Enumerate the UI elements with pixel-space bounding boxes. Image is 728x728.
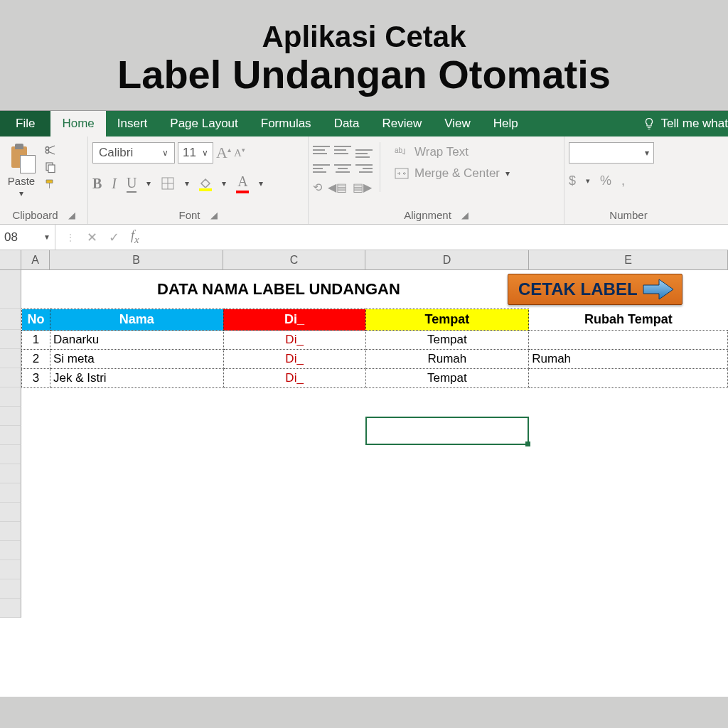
launcher-icon[interactable]: ◢: [210, 210, 218, 220]
row-header[interactable]: [0, 541, 21, 560]
copy-icon[interactable]: [43, 161, 58, 173]
font-color-button[interactable]: A: [236, 173, 249, 193]
wrap-text-button[interactable]: ab Wrap Text: [395, 145, 510, 159]
tab-file[interactable]: File: [0, 111, 50, 136]
number-format-dropdown[interactable]: ▾: [569, 142, 654, 164]
currency-button[interactable]: $: [569, 173, 576, 188]
col-header-B[interactable]: B: [50, 250, 223, 269]
row-header[interactable]: [0, 560, 21, 579]
row-header[interactable]: [0, 579, 21, 599]
row-header[interactable]: [0, 503, 21, 522]
th-nama[interactable]: Nama: [50, 309, 223, 331]
col-header-D[interactable]: D: [365, 250, 529, 269]
cancel-icon[interactable]: ✕: [87, 230, 97, 245]
row-header[interactable]: [0, 407, 21, 426]
col-header-A[interactable]: A: [21, 250, 50, 269]
merge-center-button[interactable]: Merge & Center ▾: [395, 166, 510, 181]
cetak-label-button[interactable]: CETAK LABEL: [508, 274, 682, 305]
paste-button[interactable]: Paste ▾: [4, 142, 38, 198]
tab-page-layout[interactable]: Page Layout: [159, 111, 249, 136]
percent-button[interactable]: %: [600, 173, 611, 188]
th-tempat[interactable]: Tempat: [365, 309, 529, 331]
chevron-down-icon[interactable]: ▾: [185, 178, 189, 188]
row-header[interactable]: [0, 426, 21, 445]
format-painter-icon[interactable]: [43, 178, 58, 191]
col-header-C[interactable]: C: [223, 250, 365, 269]
borders-icon[interactable]: [161, 176, 175, 191]
th-di[interactable]: Di_: [223, 309, 365, 331]
font-name-dropdown[interactable]: Calibri∨: [92, 142, 175, 164]
row-header[interactable]: [0, 368, 21, 387]
tab-help[interactable]: Help: [482, 111, 530, 136]
name-box[interactable]: 08▼: [0, 225, 55, 250]
align-center-icon[interactable]: [334, 161, 351, 176]
row-header[interactable]: [0, 483, 21, 503]
cell-no[interactable]: 2: [22, 350, 50, 369]
cell-nama[interactable]: Danarku: [50, 331, 223, 350]
align-left-icon[interactable]: [313, 161, 330, 176]
increase-indent-icon[interactable]: ▤▶: [353, 181, 372, 194]
launcher-icon[interactable]: ◢: [68, 210, 75, 220]
cell-rubah[interactable]: [529, 331, 728, 350]
font-size-dropdown[interactable]: 11∨: [178, 142, 213, 164]
tab-home[interactable]: Home: [50, 111, 105, 136]
chevron-down-icon[interactable]: ▾: [259, 178, 263, 188]
cell-di[interactable]: Di_: [223, 331, 365, 350]
cell-tempat[interactable]: Tempat: [365, 331, 529, 350]
th-no[interactable]: No: [22, 309, 50, 331]
bold-button[interactable]: B: [92, 176, 102, 192]
sheet-body[interactable]: DATA NAMA LABEL UNDANGAN CETAK LABEL No …: [0, 270, 728, 697]
align-middle-icon[interactable]: [334, 142, 351, 158]
align-right-icon[interactable]: [355, 161, 373, 176]
increase-font-icon[interactable]: A▴: [216, 144, 231, 162]
select-all-button[interactable]: [0, 250, 21, 269]
th-rubah[interactable]: Rubah Tempat: [529, 309, 728, 331]
row-header[interactable]: [0, 270, 21, 309]
orientation-icon[interactable]: ⟲: [313, 181, 322, 194]
enter-icon[interactable]: ✓: [109, 230, 119, 245]
cell-rubah[interactable]: [529, 369, 728, 388]
align-bottom-icon[interactable]: [355, 142, 373, 158]
chevron-down-icon[interactable]: ▾: [586, 176, 590, 186]
decrease-indent-icon[interactable]: ◀▤: [328, 181, 347, 194]
align-top-icon[interactable]: [313, 142, 330, 158]
active-cell-selection[interactable]: [365, 417, 529, 445]
cell-rubah[interactable]: Rumah: [529, 350, 728, 369]
cell-di[interactable]: Di_: [223, 350, 365, 369]
cell-tempat[interactable]: Rumah: [365, 350, 529, 369]
row-header[interactable]: [0, 445, 21, 464]
tab-data[interactable]: Data: [323, 111, 371, 136]
italic-button[interactable]: I: [112, 176, 117, 192]
chevron-down-icon[interactable]: ▾: [146, 178, 151, 188]
cell-tempat[interactable]: Tempat: [365, 369, 529, 388]
formula-input[interactable]: [149, 225, 728, 250]
cut-icon[interactable]: [43, 144, 58, 156]
cell-no[interactable]: 3: [22, 369, 50, 388]
decrease-font-icon[interactable]: A▾: [234, 146, 245, 159]
fill-color-button[interactable]: [199, 176, 212, 191]
underline-button[interactable]: U: [127, 175, 136, 193]
fx-icon[interactable]: fx: [131, 228, 139, 246]
col-header-E[interactable]: E: [529, 250, 728, 269]
tell-me[interactable]: Tell me what: [530, 111, 728, 136]
row-header[interactable]: [0, 349, 21, 368]
tab-view[interactable]: View: [433, 111, 482, 136]
chevron-down-icon[interactable]: ▾: [222, 178, 226, 188]
row-header[interactable]: [0, 522, 21, 541]
tab-insert[interactable]: Insert: [106, 111, 159, 136]
row-header[interactable]: [0, 309, 21, 330]
row-header[interactable]: [0, 464, 21, 483]
comma-button[interactable]: ,: [621, 173, 625, 188]
row-header[interactable]: [0, 599, 21, 618]
cell-nama[interactable]: Jek & Istri: [50, 369, 223, 388]
row-header[interactable]: [0, 387, 21, 407]
fill-handle[interactable]: [525, 441, 530, 446]
cell-no[interactable]: 1: [22, 331, 50, 350]
launcher-icon[interactable]: ◢: [461, 210, 469, 220]
cell-nama[interactable]: Si meta: [50, 350, 223, 369]
svg-text:ab: ab: [395, 146, 403, 154]
tab-formulas[interactable]: Formulas: [250, 111, 323, 136]
row-header[interactable]: [0, 330, 21, 349]
cell-di[interactable]: Di_: [223, 369, 365, 388]
tab-review[interactable]: Review: [371, 111, 434, 136]
